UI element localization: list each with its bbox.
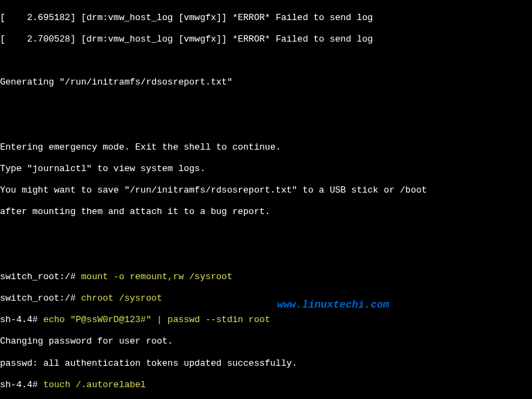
command-passwd: echo "P@ssW0rD@123#" | passwd --stdin ro… bbox=[43, 314, 270, 325]
prompt: switch_root:/# bbox=[0, 272, 81, 282]
journalctl-hint-line: Type "journalctl" to view system logs. bbox=[0, 163, 532, 175]
watermark-text: www.linuxtechi.com bbox=[277, 299, 389, 312]
save-hint-line: You might want to save "/run/initramfs/r… bbox=[0, 185, 532, 196]
blank-line bbox=[0, 250, 532, 261]
passwd-output-line: Changing password for user root. bbox=[0, 336, 532, 347]
prompt: sh-4.4# bbox=[0, 380, 43, 390]
kernel-log-line: [ 2.695182] [drm:vmw_host_log [vmwgfx]] … bbox=[0, 12, 532, 24]
command-line: sh-4.4# touch /.autorelabel bbox=[0, 380, 532, 391]
command-line: sh-4.4# echo "P@ssW0rD@123#" | passwd --… bbox=[0, 314, 532, 326]
generating-line: Generating "/run/initramfs/rdsosreport.t… bbox=[0, 77, 532, 88]
blank-line bbox=[0, 228, 532, 239]
prompt: sh-4.4# bbox=[0, 314, 43, 325]
emergency-mode-line: Entering emergency mode. Exit the shell … bbox=[0, 142, 532, 153]
blank-line bbox=[0, 98, 532, 109]
command-chroot: chroot /sysroot bbox=[81, 293, 162, 303]
command-touch: touch /.autorelabel bbox=[43, 380, 145, 390]
passwd-success-line: passwd: all authentication tokens update… bbox=[0, 358, 532, 369]
prompt: switch_root:/# bbox=[0, 293, 81, 303]
terminal-output[interactable]: [ 2.695182] [drm:vmw_host_log [vmwgfx]] … bbox=[0, 0, 532, 399]
save-hint-line-2: after mounting them and attach it to a b… bbox=[0, 206, 532, 218]
command-line: switch_root:/# mount -o remount,rw /sysr… bbox=[0, 272, 532, 283]
command-line: switch_root:/# chroot /sysroot bbox=[0, 293, 532, 304]
command-mount: mount -o remount,rw /sysroot bbox=[81, 272, 232, 282]
blank-line bbox=[0, 55, 532, 66]
blank-line bbox=[0, 121, 532, 132]
kernel-log-line: [ 2.700528] [drm:vmw_host_log [vmwgfx]] … bbox=[0, 34, 532, 45]
